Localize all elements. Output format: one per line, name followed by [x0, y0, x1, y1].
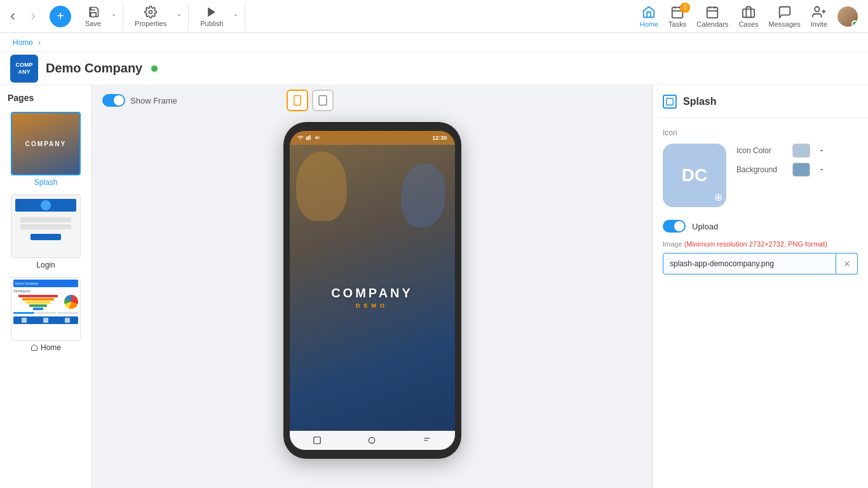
image-clear-button[interactable] — [836, 253, 858, 274]
icon-color-swatch[interactable] — [792, 144, 810, 158]
svg-rect-17 — [294, 96, 301, 105]
company-status-dot — [150, 64, 159, 73]
background-color-swatch[interactable] — [792, 163, 810, 177]
svg-point-21 — [300, 139, 301, 140]
panel-icon — [663, 95, 677, 109]
properties-button[interactable]: Properties — [128, 3, 173, 30]
page-label-home[interactable]: Home — [31, 343, 61, 352]
svg-rect-26 — [316, 137, 318, 139]
icon-color-options: Icon Color Background — [736, 144, 828, 177]
phone-menu-btn — [421, 435, 433, 446]
page-thumbnail-splash: COMPANY — [11, 112, 81, 175]
breadcrumb-bar: Home › — [0, 33, 868, 52]
breadcrumb-separator: › — [38, 38, 41, 47]
phone-signal-icons — [297, 135, 322, 141]
svg-rect-13 — [743, 9, 754, 17]
save-btn-group: Save — [79, 3, 123, 30]
svg-point-29 — [369, 437, 375, 443]
splash-company-name: COMPANY — [331, 286, 413, 301]
phone-screen: 12:30 COMPANY DEMO — [290, 131, 455, 450]
upload-label: Upload — [692, 222, 718, 231]
page-item-login[interactable]: Login — [0, 191, 92, 273]
page-label-splash: Splash — [34, 178, 58, 187]
mobile-device-btn[interactable] — [287, 90, 308, 111]
svg-rect-30 — [667, 98, 674, 105]
svg-point-0 — [149, 10, 153, 13]
splash-thumb-text: COMPANY — [25, 140, 66, 147]
page-thumbnail-login — [11, 194, 81, 258]
phone-mockup: 12:30 COMPANY DEMO — [283, 122, 461, 459]
panel-header: Splash — [653, 85, 868, 118]
phone-nav-bar — [290, 431, 455, 450]
show-frame-label: Show Frame — [130, 96, 177, 105]
icon-color-label: Icon Color — [736, 146, 787, 155]
company-logo: COMPANY — [10, 55, 38, 83]
properties-btn-group: Properties — [128, 3, 189, 30]
tasks-badge: 0 — [680, 3, 690, 13]
nav-messages[interactable]: Messages — [769, 5, 801, 28]
device-buttons — [287, 90, 334, 111]
nav-cases[interactable]: Cases — [738, 5, 758, 28]
image-input-row — [663, 253, 858, 274]
phone-home-btn — [366, 435, 377, 446]
page-thumbnail-home: Demo Company Dashboards — [11, 277, 81, 341]
back-btn[interactable] — [4, 8, 22, 25]
splash-demo-text: DEMO — [331, 302, 413, 309]
canvas-area: Show Frame — [92, 85, 652, 488]
publish-dropdown[interactable] — [229, 11, 242, 21]
canvas-content: 12:30 COMPANY DEMO — [92, 116, 652, 488]
svg-rect-23 — [308, 136, 309, 140]
publish-button[interactable]: Publish — [194, 3, 229, 30]
pages-sidebar: Pages COMPANY Splash — [0, 85, 92, 488]
company-name: Demo Company — [46, 61, 142, 76]
svg-rect-19 — [319, 96, 327, 105]
nav-invite[interactable]: Invite — [811, 5, 827, 28]
show-frame-toggle[interactable]: Show Frame — [102, 94, 177, 107]
phone-time: 12:30 — [432, 135, 447, 141]
user-avatar[interactable] — [837, 6, 858, 27]
phone-status-bar: 12:30 — [290, 131, 455, 145]
image-hint: Image (Minimum resolution 2732×2732, PNG… — [663, 240, 858, 248]
panel-icon-section: Icon DC ⊕ Icon Color Background — [653, 118, 868, 285]
top-bar: + Save Properties Publish — [0, 0, 868, 33]
page-item-home[interactable]: Demo Company Dashboards — [0, 273, 92, 356]
nav-tasks[interactable]: Tasks 0 — [668, 5, 686, 28]
svg-rect-24 — [309, 135, 310, 140]
icon-color-row: Icon Color — [736, 144, 828, 158]
save-dropdown[interactable] — [107, 11, 120, 21]
icon-color-dropdown[interactable] — [815, 144, 828, 158]
publish-btn-group: Publish — [194, 3, 245, 30]
tablet-device-btn[interactable] — [312, 90, 334, 111]
svg-rect-6 — [707, 7, 718, 18]
svg-rect-27 — [319, 137, 320, 138]
online-indicator — [851, 20, 858, 27]
page-item-splash[interactable]: COMPANY Splash — [0, 108, 92, 191]
svg-rect-28 — [314, 437, 321, 444]
breadcrumb-home[interactable]: Home — [13, 38, 33, 47]
icon-dc-letters: DC — [682, 166, 707, 184]
svg-rect-22 — [306, 137, 307, 140]
upload-toggle[interactable] — [663, 220, 686, 233]
page-label-login: Login — [36, 261, 55, 269]
app-icon-box[interactable]: DC ⊕ — [663, 144, 726, 207]
company-header: COMPANY Demo Company — [0, 52, 868, 85]
right-panel: Splash Icon DC ⊕ Icon Color — [652, 85, 868, 488]
background-color-row: Background — [736, 163, 828, 177]
svg-marker-1 — [208, 7, 215, 17]
upload-toggle-row: Upload — [663, 217, 858, 240]
panel-icon-label: Icon — [663, 128, 858, 137]
svg-point-14 — [815, 6, 819, 11]
background-label: Background — [736, 165, 787, 174]
icon-plus-btn[interactable]: ⊕ — [714, 191, 722, 203]
forward-btn[interactable] — [24, 8, 42, 25]
nav-home[interactable]: Home — [640, 5, 658, 28]
properties-dropdown[interactable] — [173, 11, 186, 21]
canvas-toolbar: Show Frame — [92, 85, 652, 116]
add-button[interactable]: + — [50, 6, 71, 27]
image-filename-input[interactable] — [663, 253, 836, 274]
save-button[interactable]: Save — [79, 3, 107, 30]
nav-calendars[interactable]: Calendars — [696, 5, 728, 28]
splash-screen: COMPANY DEMO — [290, 145, 455, 450]
panel-title: Splash — [683, 96, 716, 107]
background-color-dropdown[interactable] — [815, 163, 828, 177]
